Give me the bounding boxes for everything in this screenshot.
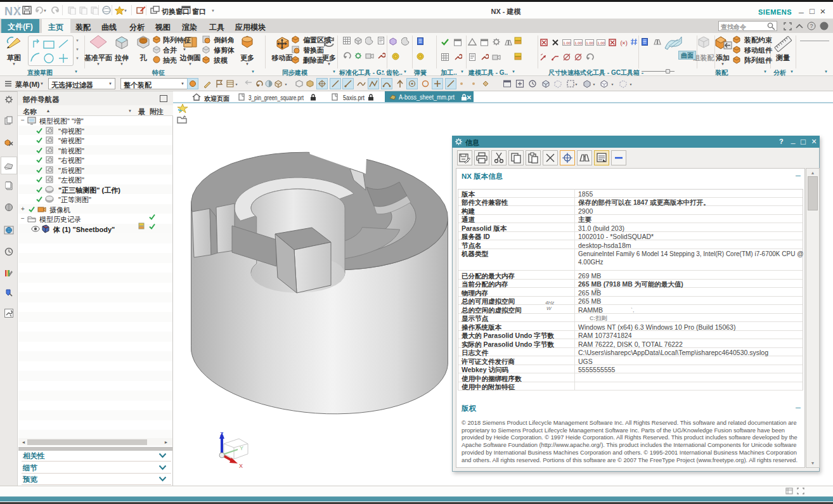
svg-text:1.00: 1.00 <box>574 41 582 45</box>
svg-text:1.00: 1.00 <box>597 41 605 45</box>
svg-text:Y: Y <box>240 445 243 451</box>
svg-text:X: X <box>239 463 243 469</box>
svg-text:(×): (×) <box>620 40 627 46</box>
svg-text:1.00: 1.00 <box>586 41 593 45</box>
svg-text:Z: Z <box>220 431 224 437</box>
svg-text:1.00: 1.00 <box>563 41 571 45</box>
